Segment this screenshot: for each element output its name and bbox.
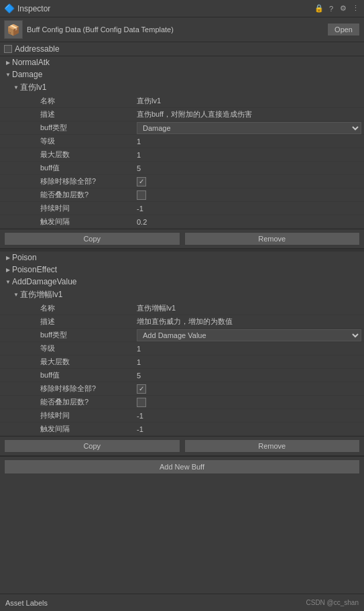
prop-label-maxlayer2: 最大层数 xyxy=(0,355,134,368)
prop-label-buffval2: buff值 xyxy=(0,369,134,382)
poison-label: Poison xyxy=(12,253,37,262)
prop-row-duration1: 持续时间 -1 xyxy=(0,202,364,215)
scroll-area[interactable]: NormalAtk Damage 直伤lv1 名称 直伤lv1 描述 直伤buf… xyxy=(0,56,364,594)
lock-icon[interactable]: 🔒 xyxy=(314,4,324,13)
title-bar: 🔷 Inspector 🔒 ? ⚙ ⋮ xyxy=(0,0,364,17)
remove-button-2[interactable]: Remove xyxy=(184,439,361,453)
prop-row-bufftype1: buff类型 Damage Poison Add Damage Value xyxy=(0,121,364,135)
prop-row-name2: 名称 直伤增幅lv1 xyxy=(0,302,364,315)
normalatk-label: NormalAtk xyxy=(12,58,50,67)
prop-value-desc1: 直伤buff，对附加的人直接造成伤害 xyxy=(134,108,364,121)
prop-label-desc1: 描述 xyxy=(0,108,134,121)
arrow-directdamageamp xyxy=(12,291,20,299)
poisoneffect-label: PoisonEffect xyxy=(12,265,57,274)
bufftype2-select[interactable]: Damage Poison Add Damage Value xyxy=(137,329,361,341)
sub-header: 📦 Buff Config Data (Buff Config Data Tem… xyxy=(0,17,364,42)
arrow-normalatk xyxy=(4,58,12,66)
prop-label-removeall2: 移除时移除全部? xyxy=(0,382,134,395)
prop-label-duration1: 持续时间 xyxy=(0,202,134,215)
stacklayer1-checkbox[interactable] xyxy=(137,190,146,200)
addressable-row: Addressable xyxy=(0,42,364,56)
inspector-icon: 🔷 xyxy=(4,3,15,13)
prop-value-duration1: -1 xyxy=(134,203,364,215)
copy-button-1[interactable]: Copy xyxy=(4,232,180,245)
action-row-1: Copy Remove xyxy=(0,229,364,249)
tree-item-directdamageamp[interactable]: 直伤增幅lv1 xyxy=(0,288,364,302)
action-row-2: Copy Remove xyxy=(0,436,364,456)
arrow-adddamagevalue xyxy=(4,278,12,286)
prop-row-level2: 等级 1 xyxy=(0,342,364,355)
footer-credit: CSDN @cc_shan xyxy=(306,599,359,606)
prop-value-level2: 1 xyxy=(134,343,364,355)
prop-label-level1: 等级 xyxy=(0,135,134,148)
prop-value-level1: 1 xyxy=(134,135,364,148)
bufftype1-select[interactable]: Damage Poison Add Damage Value xyxy=(137,122,361,134)
prop-row-maxlayer1: 最大层数 1 xyxy=(0,148,364,162)
tree-item-adddamagevalue[interactable]: AddDamageValue xyxy=(0,276,364,288)
prop-value-desc2: 增加直伤威力，增加的为数值 xyxy=(134,315,364,328)
settings-icon[interactable]: ⚙ xyxy=(339,4,348,13)
prop-row-interval2: 触发间隔 -1 xyxy=(0,423,364,436)
tree-item-poison[interactable]: Poison xyxy=(0,252,364,264)
prop-label-name2: 名称 xyxy=(0,302,134,315)
asset-icon: 📦 xyxy=(4,20,23,39)
title-bar-label: Inspector xyxy=(17,4,312,13)
prop-row-stacklayer2: 能否叠加层数? xyxy=(0,396,364,409)
prop-label-name1: 名称 xyxy=(0,95,134,107)
arrow-damage xyxy=(4,70,12,78)
tree-item-directdamage[interactable]: 直伤lv1 xyxy=(0,80,364,95)
help-icon[interactable]: ? xyxy=(326,4,336,13)
prop-value-bufftype1[interactable]: Damage Poison Add Damage Value xyxy=(134,122,364,134)
prop-value-name2: 直伤增幅lv1 xyxy=(134,302,364,315)
addressable-checkbox[interactable] xyxy=(4,45,12,53)
prop-label-stacklayer1: 能否叠加层数? xyxy=(0,188,134,201)
prop-row-bufftype2: buff类型 Damage Poison Add Damage Value xyxy=(0,329,364,342)
prop-label-bufftype1: buff类型 xyxy=(0,121,134,134)
prop-row-stacklayer1: 能否叠加层数? xyxy=(0,188,364,202)
copy-button-2[interactable]: Copy xyxy=(4,439,180,453)
prop-label-desc2: 描述 xyxy=(0,315,134,328)
addressable-label: Addressable xyxy=(15,44,60,54)
menu-icon[interactable]: ⋮ xyxy=(351,4,360,13)
arrow-poisoneffect xyxy=(4,266,12,274)
prop-value-duration2: -1 xyxy=(134,410,364,422)
prop-row-level1: 等级 1 xyxy=(0,135,364,148)
directdamage-label: 直伤lv1 xyxy=(20,82,46,93)
prop-label-interval2: 触发间隔 xyxy=(0,423,134,435)
tree-item-poisoneffect[interactable]: PoisonEffect xyxy=(0,264,364,276)
prop-value-buffval1: 5 xyxy=(134,162,364,174)
prop-label-stacklayer2: 能否叠加层数? xyxy=(0,396,134,408)
prop-label-bufftype2: buff类型 xyxy=(0,329,134,341)
prop-label-level2: 等级 xyxy=(0,342,134,355)
stacklayer2-checkbox[interactable] xyxy=(137,398,146,407)
prop-value-stacklayer2 xyxy=(134,396,364,408)
add-buff-row: Add New Buff xyxy=(0,456,364,477)
prop-value-stacklayer1 xyxy=(134,189,364,201)
prop-value-maxlayer2: 1 xyxy=(134,356,364,368)
asset-title: Buff Config Data (Buff Config Data Templ… xyxy=(27,25,323,34)
tree-item-normalatk[interactable]: NormalAtk xyxy=(0,56,364,68)
prop-value-bufftype2[interactable]: Damage Poison Add Damage Value xyxy=(134,329,364,341)
prop-label-removeall1: 移除时移除全部? xyxy=(0,175,134,188)
prop-label-maxlayer1: 最大层数 xyxy=(0,148,134,161)
removeall2-checkbox[interactable] xyxy=(137,384,146,394)
prop-row-buffval2: buff值 5 xyxy=(0,369,364,382)
add-buff-button[interactable]: Add New Buff xyxy=(4,459,360,474)
prop-value-buffval2: 5 xyxy=(134,370,364,382)
prop-value-removeall2 xyxy=(134,383,364,395)
prop-row-buffval1: buff值 5 xyxy=(0,162,364,175)
prop-value-interval2: -1 xyxy=(134,423,364,435)
prop-value-name1: 直伤lv1 xyxy=(134,95,364,107)
prop-row-removeall1: 移除时移除全部? xyxy=(0,175,364,188)
prop-row-desc1: 描述 直伤buff，对附加的人直接造成伤害 xyxy=(0,108,364,121)
tree-item-damage[interactable]: Damage xyxy=(0,68,364,80)
removeall1-checkbox[interactable] xyxy=(137,177,146,186)
remove-button-1[interactable]: Remove xyxy=(184,232,361,245)
adddamagevalue-label: AddDamageValue xyxy=(12,277,77,286)
open-button[interactable]: Open xyxy=(327,23,360,36)
title-bar-actions: 🔒 ? ⚙ ⋮ xyxy=(314,4,360,13)
title-bar-icons: 🔷 xyxy=(4,3,15,13)
arrow-poison xyxy=(4,254,12,262)
prop-row-desc2: 描述 增加直伤威力，增加的为数值 xyxy=(0,315,364,329)
prop-value-maxlayer1: 1 xyxy=(134,149,364,161)
